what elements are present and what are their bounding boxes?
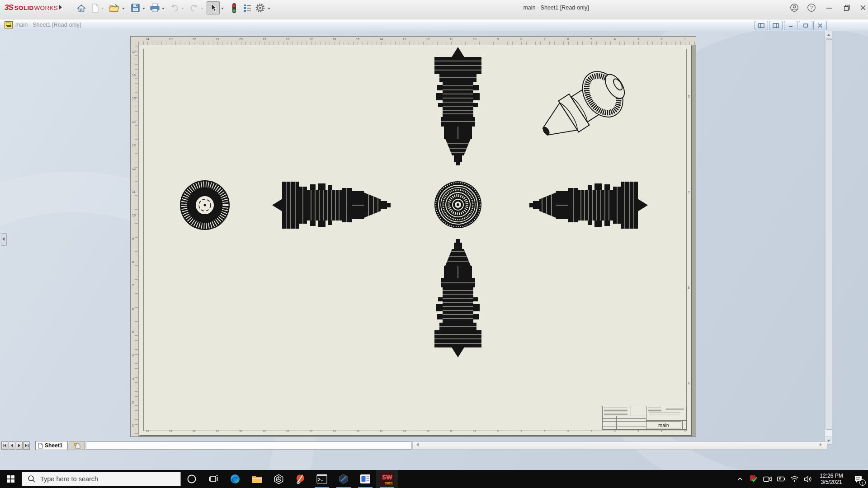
rebuild-button[interactable] — [227, 1, 241, 14]
notification-badge: 1 — [859, 479, 866, 486]
previous-sheet-button[interactable] — [9, 441, 15, 450]
vertical-scrollbar[interactable] — [825, 31, 832, 445]
collapse-arrow-icon — [2, 237, 5, 241]
ruler-number: 16 — [333, 38, 336, 41]
tray-volume-button[interactable] — [801, 470, 815, 488]
windows-taskbar: SW 2021 12:26 — [0, 470, 868, 488]
horizontal-scrollbar-track[interactable] — [412, 441, 827, 450]
open-dropdown[interactable] — [121, 6, 126, 11]
taskbar-cortana-button[interactable] — [181, 470, 203, 488]
first-sheet-button[interactable] — [1, 441, 8, 450]
new-document-button[interactable] — [89, 1, 102, 14]
ruler-number: 12 — [132, 167, 136, 170]
doc-minimize-button[interactable] — [784, 21, 797, 30]
drawing-document-icon — [5, 21, 13, 28]
home-button[interactable] — [75, 1, 88, 14]
taskbar-blue-window-app-button[interactable] — [354, 470, 376, 488]
undo-dropdown[interactable] — [180, 6, 185, 11]
tray-meet-now-button[interactable] — [760, 470, 774, 488]
scroll-up-arrow[interactable] — [825, 31, 832, 39]
restore-button[interactable] — [840, 1, 854, 14]
drawing-view-rear[interactable] — [434, 181, 481, 228]
print-dropdown[interactable] — [161, 6, 165, 11]
print-button[interactable] — [148, 1, 161, 14]
feature-pane-collapse-tab[interactable] — [1, 233, 7, 246]
battery-icon — [776, 476, 785, 482]
last-sheet-button[interactable] — [23, 441, 30, 450]
ruler-number: 7 — [544, 38, 546, 41]
taskbar-hexagon-app-button[interactable] — [333, 470, 354, 488]
taskbar-command-prompt-button[interactable] — [311, 470, 333, 488]
minimize-button[interactable] — [822, 1, 836, 14]
file-properties-button[interactable] — [241, 1, 254, 14]
save-button[interactable] — [129, 1, 142, 14]
taskbar-file-explorer-button[interactable] — [246, 470, 268, 488]
scroll-left-arrow[interactable] — [414, 442, 420, 447]
horizontal-scrollbar-thumb[interactable] — [86, 441, 411, 450]
ruler-number: 15 — [132, 97, 136, 100]
ruler-number: 21 — [216, 38, 219, 41]
options-dropdown[interactable] — [267, 6, 271, 11]
next-sheet-button[interactable] — [16, 441, 23, 450]
start-button[interactable] — [0, 470, 22, 488]
redo-dropdown[interactable] — [200, 6, 204, 11]
ruler-number: 18 — [286, 38, 289, 41]
drawing-view-top[interactable] — [434, 47, 481, 165]
tray-network-button[interactable] — [788, 470, 801, 488]
ruler-number: 19 — [263, 38, 266, 41]
select-tool-dropdown[interactable] — [220, 6, 225, 11]
drawing-sheet: 242322212019181716151413121110987654321 … — [139, 45, 691, 435]
ruler-number: 24 — [146, 38, 149, 41]
add-sheet-tab[interactable] — [69, 441, 85, 450]
pane-left-icon — [758, 23, 764, 28]
ruler-number: 4 — [132, 354, 134, 357]
taskbar-solidworks-button[interactable]: SW 2021 — [376, 470, 398, 488]
action-center-button[interactable]: 1 — [848, 470, 868, 488]
sheet-tab-sheet1[interactable]: Sheet1 — [35, 441, 68, 450]
drawing-view-isometric[interactable] — [531, 62, 634, 153]
tray-solidworks-monitor-button[interactable] — [747, 470, 760, 488]
ruler-number: 23 — [169, 38, 173, 41]
taskbar-3d-viewer-button[interactable] — [268, 470, 289, 488]
close-button[interactable] — [856, 1, 868, 14]
new-document-dropdown[interactable] — [100, 6, 105, 11]
pane-right-button[interactable] — [769, 21, 783, 30]
ruler-number: 2 — [660, 38, 662, 41]
drawing-view-front[interactable] — [180, 180, 230, 230]
add-sheet-icon — [74, 443, 80, 449]
undo-button[interactable] — [168, 1, 181, 14]
search-input[interactable] — [39, 475, 168, 483]
doc-restore-button[interactable] — [799, 21, 812, 30]
close-icon — [860, 5, 866, 11]
tray-show-hidden-icons-button[interactable] — [733, 470, 747, 488]
help-button[interactable]: ? — [805, 1, 818, 14]
ruler-number: 9 — [132, 237, 134, 240]
drawing-view-bottom[interactable] — [434, 239, 481, 357]
ruler-number: 1 — [132, 424, 134, 427]
options-button[interactable] — [254, 1, 267, 14]
taskbar-search[interactable] — [22, 472, 181, 486]
select-tool-button[interactable] — [207, 1, 220, 14]
open-button[interactable] — [108, 1, 121, 14]
pane-left-button[interactable] — [755, 21, 768, 30]
sheet-tab-label: Sheet1 — [45, 442, 62, 449]
vertical-scrollbar-thumb[interactable] — [826, 39, 832, 430]
toolbar-flyout-arrow[interactable] — [59, 5, 62, 9]
drawing-view-right-side[interactable] — [529, 182, 648, 229]
drawing-view-left-side[interactable] — [272, 182, 391, 229]
redo-button[interactable] — [187, 1, 200, 14]
wifi-icon — [790, 476, 799, 482]
solidworks-monitor-icon — [750, 475, 758, 483]
solidworks-icon-year: 2021 — [385, 481, 393, 485]
doc-close-button[interactable] — [813, 21, 827, 30]
taskbar-edge-button[interactable] — [224, 470, 246, 488]
taskbar-task-view-button[interactable] — [203, 470, 224, 488]
taskbar-snip-sketch-button[interactable] — [289, 470, 311, 488]
save-dropdown[interactable] — [142, 6, 146, 11]
tray-power-button[interactable] — [774, 470, 788, 488]
redo-icon — [189, 4, 199, 13]
taskbar-clock[interactable]: 12:26 PM 3/5/2021 — [815, 473, 848, 485]
brand-light: WORKS — [34, 5, 58, 11]
scroll-right-arrow[interactable] — [817, 442, 824, 447]
account-button[interactable] — [788, 1, 801, 14]
